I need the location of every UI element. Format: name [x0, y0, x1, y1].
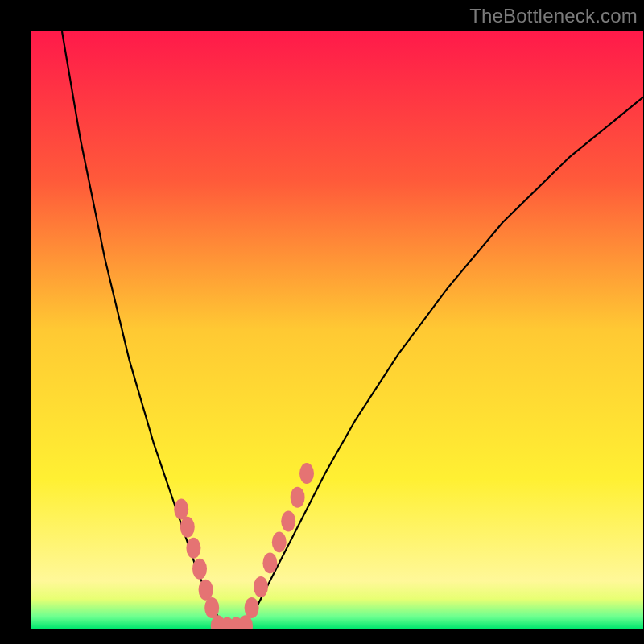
- chart-frame: TheBottleneck.com: [0, 0, 644, 644]
- plot-gradient-background: [31, 31, 643, 629]
- watermark-label: TheBottleneck.com: [469, 5, 638, 27]
